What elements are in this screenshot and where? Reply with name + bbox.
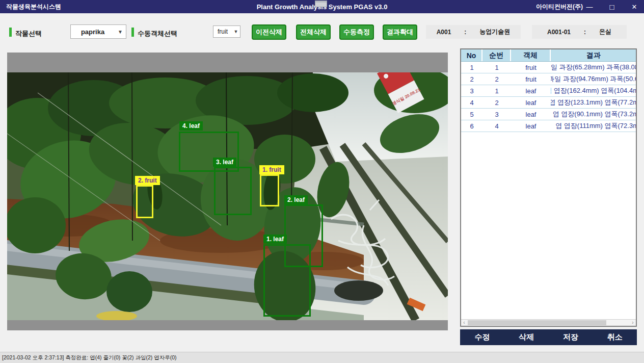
annotation-label-2-leaf: 2. leaf <box>284 195 308 204</box>
cell-object: leaf <box>511 120 551 132</box>
table-row[interactable]: 4 2 leaf 엽 엽장(123.1mm) 엽폭(77.2m <box>461 97 636 109</box>
header-no: No <box>461 49 482 61</box>
action-bar: 수정 삭제 저장 취소 <box>460 329 637 345</box>
cell-object: leaf <box>511 97 551 108</box>
cell-result: 엽 엽장(162.4mm) 엽폭(104.4m <box>551 85 636 96</box>
cell-object: leaf <box>511 109 551 120</box>
cell-result: 엽 엽장(111mm) 엽폭(72.3m <box>551 120 636 132</box>
header-object: 객체 <box>511 49 551 61</box>
cell-no: 3 <box>461 85 482 96</box>
annotation-box-1-fruit <box>260 174 279 206</box>
status-text: [2021-03-02 오후 2:37:13] 측정완료: 엽(4) 줄기(0)… <box>2 354 177 361</box>
delete-button[interactable]: 삭제 <box>504 329 549 345</box>
crop-select-value: paprika <box>71 28 115 36</box>
cell-no: 2 <box>461 73 482 85</box>
table-row[interactable]: 1 1 fruit 과일 과장(65.28mm) 과폭(38.08 <box>461 62 636 73</box>
annotation-label-4-leaf: 4. leaf <box>179 121 203 131</box>
cell-seq: 2 <box>482 97 511 108</box>
table-row[interactable]: 5 3 leaf 엽 엽장(90.1mm) 엽폭(73.2m <box>461 109 636 120</box>
object-select-label: 수동객체선택 <box>138 29 177 38</box>
table-empty-area <box>461 132 636 319</box>
header-result: 결과 <box>551 49 636 61</box>
snap-preview-artifact <box>315 1 327 7</box>
camera-photo[interactable]: 생식일 20.09.21 4. leaf 3. leaf 1. fruit 2.… <box>7 72 448 320</box>
horizontal-scrollbar[interactable]: ‹ › <box>461 319 636 326</box>
scroll-right-icon[interactable]: › <box>630 320 636 326</box>
annotation-label-3-leaf: 3. leaf <box>213 158 236 167</box>
crop-select-dropdown[interactable]: paprika ▼ <box>70 24 126 39</box>
zone-name: 온실 <box>599 28 611 36</box>
status-bar: [2021-03-02 오후 2:37:13] 측정완료: 엽(4) 줄기(0)… <box>0 352 644 363</box>
cancel-button[interactable]: 취소 <box>593 329 637 345</box>
maximize-icon[interactable]: □ <box>606 2 618 11</box>
cell-seq: 4 <box>482 120 511 132</box>
delete-previous-button[interactable]: 이전삭제 <box>252 24 286 40</box>
manual-measure-button[interactable]: 수동측정 <box>339 24 374 40</box>
expand-results-button[interactable]: 결과확대 <box>383 24 417 40</box>
table-row[interactable]: 2 2 fruit 과일 과장(94.76mm) 과폭(50.6 <box>461 73 636 85</box>
cell-no: 6 <box>461 120 482 132</box>
results-table-header: No 순번 객체 결과 <box>461 49 636 62</box>
site-separator: : <box>464 29 466 36</box>
zone-info-field: A001-01 : 온실 <box>532 25 627 39</box>
delete-all-button[interactable]: 전체삭제 <box>296 24 331 40</box>
cell-seq: 1 <box>482 62 511 73</box>
cell-result: 엽 엽장(123.1mm) 엽폭(77.2m <box>551 97 636 108</box>
annotation-box-2-fruit <box>136 185 153 218</box>
cell-result: 과일 과장(65.28mm) 과폭(38.08 <box>551 62 636 73</box>
window-controls: — □ ✕ <box>584 0 640 13</box>
cell-object: leaf <box>511 85 551 96</box>
annotation-label-1-fruit: 1. fruit <box>259 165 284 174</box>
minimize-icon[interactable]: — <box>584 2 595 11</box>
cell-no: 5 <box>461 109 482 120</box>
cell-result: 엽 엽장(90.1mm) 엽폭(73.2m <box>551 109 636 120</box>
close-icon[interactable]: ✕ <box>629 2 640 11</box>
cell-seq: 1 <box>482 85 511 96</box>
cell-result: 과일 과장(94.76mm) 과폭(50.6 <box>551 73 636 85</box>
object-select-value: fruit <box>213 28 232 35</box>
scrollbar-thumb[interactable] <box>468 320 606 325</box>
table-row[interactable]: 6 4 leaf 엽 엽장(111mm) 엽폭(72.3m <box>461 120 636 132</box>
titlebar: 작물생육분석시스템 Plant Growth Analysis System P… <box>0 0 644 13</box>
chevron-down-icon: ▼ <box>232 29 240 34</box>
save-button[interactable]: 저장 <box>549 329 593 345</box>
cell-no: 4 <box>461 97 482 108</box>
object-accent-bar <box>131 28 134 37</box>
header-seq: 순번 <box>482 49 511 61</box>
cell-seq: 2 <box>482 73 511 85</box>
company-label: 아이티컨버전(주) <box>536 0 583 13</box>
results-panel: No 순번 객체 결과 1 1 fruit 과일 과장(65.28mm) 과폭(… <box>460 48 637 327</box>
annotation-box-1-leaf <box>263 244 311 317</box>
zone-separator: : <box>584 29 586 36</box>
annotation-label-1-leaf: 1. leaf <box>263 235 287 244</box>
cell-object: fruit <box>511 73 551 85</box>
chevron-down-icon: ▼ <box>115 29 126 35</box>
object-select-dropdown[interactable]: fruit ▼ <box>213 25 240 38</box>
site-info-field: A001 : 농업기술원 <box>426 25 521 39</box>
edit-button[interactable]: 수정 <box>460 329 504 345</box>
cell-object: fruit <box>511 62 551 73</box>
zone-code: A001-01 <box>547 29 571 36</box>
image-viewer: 생식일 20.09.21 4. leaf 3. leaf 1. fruit 2.… <box>7 53 448 330</box>
crop-select-label: 작물선택 <box>15 29 42 38</box>
site-code: A001 <box>437 29 451 36</box>
scroll-left-icon[interactable]: ‹ <box>461 320 467 326</box>
cell-seq: 3 <box>482 109 511 120</box>
cell-no: 1 <box>461 62 482 73</box>
annotation-label-2-fruit: 2. fruit <box>135 176 160 185</box>
annotation-box-3-leaf <box>214 167 252 215</box>
table-row[interactable]: 3 1 leaf 엽 엽장(162.4mm) 엽폭(104.4m <box>461 85 636 97</box>
site-name: 농업기술원 <box>479 28 510 36</box>
crop-accent-bar <box>9 28 12 37</box>
